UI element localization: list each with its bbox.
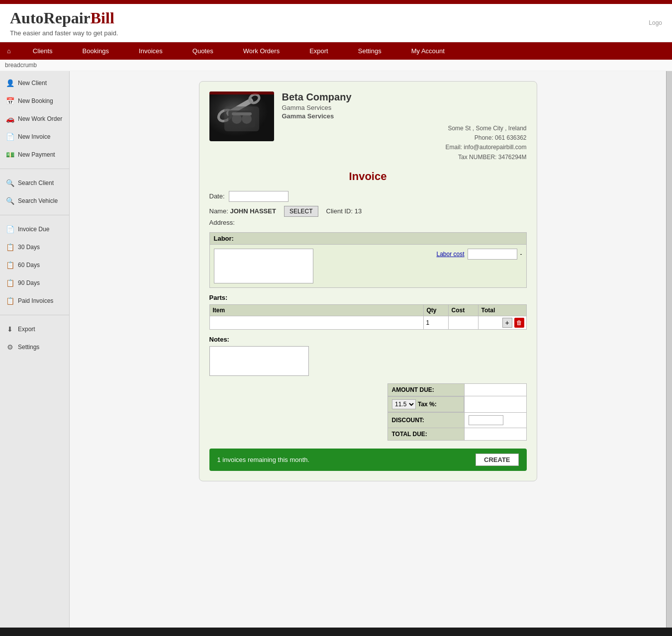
sidebar-item-search-vehicle[interactable]: 🔍 Search Vehicle	[0, 192, 69, 210]
sidebar-item-settings[interactable]: ⚙ Settings	[0, 338, 69, 356]
svg-rect-9	[209, 91, 274, 94]
client-id: Client ID: 13	[326, 207, 362, 215]
add-part-button[interactable]: +	[502, 318, 512, 328]
sidebar-item-30-days[interactable]: 📋 30 Days	[0, 238, 69, 256]
tax-select[interactable]: 11.5 0 5 10 15 20 23	[392, 399, 416, 409]
amount-due-label: AMOUNT DUE:	[387, 383, 465, 396]
nav-bookings[interactable]: Bookings	[68, 42, 124, 60]
nav-invoices[interactable]: Invoices	[124, 42, 178, 60]
part-cost-input[interactable]	[451, 319, 476, 327]
sidebar: 👤 New Client 📅 New Booking 🚗 New Work Or…	[0, 71, 70, 628]
sidebar-label-search-client: Search Client	[18, 180, 54, 186]
labor-content: Labor cost -	[210, 245, 526, 287]
create-button[interactable]: CREATE	[476, 454, 518, 466]
labor-cost-link[interactable]: Labor cost	[436, 251, 464, 258]
settings-icon: ⚙	[5, 342, 15, 352]
sidebar-item-invoice-due[interactable]: 📄 Invoice Due	[0, 220, 69, 238]
company-header: Beta Company Gamma Services Gamma Servic…	[209, 91, 527, 162]
client-row: Name: JOHN HASSET SELECT Client ID: 13	[209, 206, 527, 217]
search-vehicle-icon: 🔍	[5, 196, 15, 206]
address-row: Address:	[209, 219, 527, 226]
discount-input[interactable]	[469, 415, 503, 425]
nav-clients[interactable]: Clients	[18, 42, 68, 60]
col-cost: Cost	[448, 304, 478, 316]
parts-label: Parts:	[209, 294, 527, 301]
sidebar-item-new-invoice[interactable]: 📄 New Invoice	[0, 128, 69, 146]
select-client-button[interactable]: SELECT	[284, 206, 318, 217]
invoice-title: Invoice	[209, 170, 527, 183]
delete-part-button[interactable]: 🗑	[514, 318, 524, 328]
sidebar-item-new-client[interactable]: 👤 New Client	[0, 74, 69, 92]
new-work-order-icon: 🚗	[5, 114, 15, 124]
company-phone: Phone: 061 636362	[282, 133, 527, 143]
part-item-input[interactable]	[212, 319, 421, 327]
labor-textarea[interactable]	[214, 249, 313, 283]
new-booking-icon: 📅	[5, 96, 15, 106]
sidebar-section-bottom: ⬇ Export ⚙ Settings	[0, 317, 69, 359]
nav-my-account[interactable]: My Account	[396, 42, 460, 60]
company-contact: Some St , Some City , Ireland Phone: 061…	[282, 124, 527, 162]
nav-home[interactable]: ⌂	[0, 42, 18, 60]
invoice-card: Beta Company Gamma Services Gamma Servic…	[199, 81, 537, 481]
company-info: Beta Company Gamma Services Gamma Servic…	[282, 91, 527, 162]
part-total-input[interactable]	[480, 319, 500, 327]
sidebar-label-new-work-order: New Work Order	[18, 115, 62, 122]
labor-header: Labor:	[210, 233, 526, 245]
company-name: Beta Company	[282, 91, 527, 103]
sidebar-item-new-payment[interactable]: 💵 New Payment	[0, 146, 69, 164]
labor-section: Labor: Labor cost -	[209, 232, 527, 288]
sidebar-label-search-vehicle: Search Vehicle	[18, 197, 58, 204]
export-icon: ⬇	[5, 324, 15, 334]
sidebar-item-new-booking[interactable]: 📅 New Booking	[0, 92, 69, 110]
sidebar-item-search-client[interactable]: 🔍 Search Client	[0, 174, 69, 192]
part-total-cell: + 🗑	[478, 316, 526, 329]
notes-section: Notes:	[209, 336, 527, 377]
sidebar-item-60-days[interactable]: 📋 60 Days	[0, 256, 69, 274]
sidebar-label-settings: Settings	[18, 344, 39, 351]
labor-cost-input[interactable]	[468, 249, 517, 260]
date-label: Date:	[209, 192, 225, 200]
total-due-row: TOTAL DUE:	[387, 428, 526, 440]
parts-table: Item Qty Cost Total	[209, 304, 527, 330]
col-item: Item	[209, 304, 423, 316]
sidebar-item-paid-invoices[interactable]: 📋 Paid Invoices	[0, 292, 69, 310]
sidebar-item-export[interactable]: ⬇ Export	[0, 320, 69, 338]
parts-actions: + 🗑	[480, 318, 524, 328]
tax-value	[465, 396, 526, 412]
client-id-value: 13	[355, 207, 362, 215]
part-cost-cell	[448, 316, 478, 329]
footer: f t in AutoRepairBill Copyright ©2012 Au…	[0, 628, 672, 636]
date-input[interactable]	[229, 191, 288, 202]
sidebar-label-paid-invoices: Paid Invoices	[18, 297, 53, 304]
sidebar-label-new-payment: New Payment	[18, 151, 55, 158]
sidebar-divider-2	[0, 215, 69, 215]
logo-label: Logo	[649, 19, 662, 26]
amount-due-row: AMOUNT DUE:	[387, 383, 526, 396]
sidebar-item-new-work-order[interactable]: 🚗 New Work Order	[0, 110, 69, 128]
labor-cost-label: Labor cost	[436, 250, 464, 258]
part-item-cell	[209, 316, 423, 329]
amount-due-value	[465, 383, 526, 396]
nav-quotes[interactable]: Quotes	[178, 42, 228, 60]
create-bar: 1 invoices remaining this month. CREATE	[209, 449, 527, 471]
breadcrumb: breadcrumb	[0, 60, 672, 71]
invoice-due-icon: 📄	[5, 224, 15, 234]
col-total: Total	[478, 304, 526, 316]
part-qty-input[interactable]	[426, 319, 446, 327]
tax-row: 11.5 0 5 10 15 20 23 Tax %:	[387, 396, 526, 412]
nav-work-orders[interactable]: Work Orders	[228, 42, 294, 60]
sidebar-item-90-days[interactable]: 📋 90 Days	[0, 274, 69, 292]
paid-invoices-icon: 📋	[5, 296, 15, 306]
logo-highlight: Bill	[91, 9, 114, 27]
header: AutoRepairBill The easier and faster way…	[0, 4, 672, 42]
scrollbar[interactable]	[666, 71, 672, 628]
company-email: Email: info@autorepairbill.com	[282, 143, 527, 152]
nav-settings[interactable]: Settings	[343, 42, 396, 60]
nav-export[interactable]: Export	[294, 42, 343, 60]
60-days-icon: 📋	[5, 260, 15, 270]
notes-textarea[interactable]	[209, 346, 309, 376]
sidebar-label-new-booking: New Booking	[18, 97, 53, 104]
company-sub1: Gamma Services	[282, 104, 527, 111]
90-days-icon: 📋	[5, 278, 15, 288]
main-content: Beta Company Gamma Services Gamma Servic…	[70, 71, 666, 628]
